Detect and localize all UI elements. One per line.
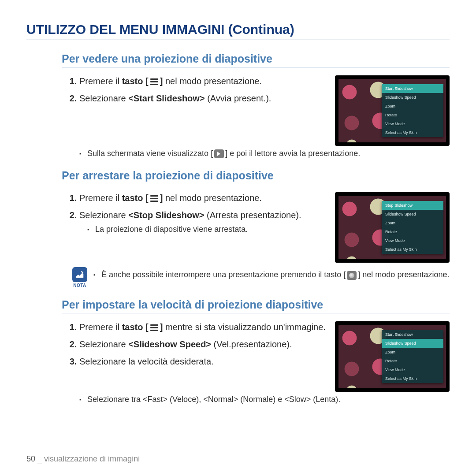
text: tasto [ [122,322,149,332]
menu-icon [149,195,159,203]
menu-option: Rotate [382,111,443,119]
text: tasto [ [122,193,149,203]
menu-option: View Mode [382,365,443,374]
text: Premere il [79,193,122,203]
text: <Stop Slideshow> [128,210,207,220]
device-screenshot: Stop Slideshow Slideshow Speed Zoom Rota… [335,192,450,263]
bullet-item: È anche possibile interrompere una prese… [93,270,449,280]
menu-icon [149,324,159,332]
menu-option: Rotate [382,227,443,236]
text: Selezionare [79,210,128,220]
page-footer: 50 _ visualizzazione di immagini [26,454,140,464]
note-row: NOTA È anche possibile interrompere una … [71,267,450,288]
step-item: Selezionare <Start Slideshow> (Avvia pre… [79,93,326,104]
menu-option: Slideshow Speed [382,93,443,102]
center-button-icon [347,271,357,280]
step-item: Premere il tasto [] nel modo presentazio… [79,192,326,204]
section-heading: Per vedere una proiezione di diapositive [62,52,450,67]
step-item: Premere il tasto [] nel modo presentazio… [79,75,326,87]
section-stop-slideshow: Per arrestare la proiezione di diapositi… [26,169,450,288]
sub-bullets: Sulla schermata viene visualizzato [] e … [79,149,450,159]
text: Sulla schermata viene visualizzato [ [87,149,213,158]
text: ] e poi il lettore avvia la presentazion… [225,149,360,158]
device-menu: Start Slideshow Slideshow Speed Zoom Rot… [382,330,443,383]
section-heading: Per impostare la velocità di proiezione … [62,298,450,313]
footer-section-name: visualizzazione di immagini [44,454,140,463]
device-screenshot: Start Slideshow Slideshow Speed Zoom Rot… [335,75,450,146]
text: È anche possibile interrompere una prese… [101,270,346,279]
steps-list: Premere il tasto [] mentre si sta visual… [79,321,326,368]
menu-option: Rotate [382,357,443,365]
menu-option-selected: Slideshow Speed [382,339,443,348]
text: (Avvia present.). [205,93,271,103]
menu-option: Select as My Skin [382,128,443,137]
text: tasto [ [122,76,149,86]
menu-option: Zoom [382,348,443,357]
menu-icon [149,78,159,86]
bullet-item: Selezionare tra <Fast> (Veloce), <Normal… [79,394,450,405]
menu-option: Slideshow Speed [382,210,443,219]
note-label: NOTA [71,283,89,288]
section-heading: Per arrestare la proiezione di diapositi… [62,169,450,184]
page-title: UTILIZZO DEL MENU IMMAGINI (Continua) [26,22,450,40]
menu-option: View Mode [382,236,443,245]
steps-list: Premere il tasto [] nel modo presentazio… [79,75,326,104]
text: <Slideshow Speed> [128,339,211,349]
device-menu: Stop Slideshow Slideshow Speed Zoom Rota… [382,201,443,254]
section-view-slideshow: Per vedere una proiezione di diapositive… [26,52,450,159]
section-slideshow-speed: Per impostare la velocità di proiezione … [26,298,450,405]
sub-bullets: La proiezione di diapositive viene arres… [87,224,326,234]
menu-option: Zoom [382,219,443,227]
play-icon [214,149,224,158]
sub-bullets: È anche possibile interrompere una prese… [93,270,449,280]
menu-option-selected: Start Slideshow [382,84,443,93]
device-screenshot: Start Slideshow Slideshow Speed Zoom Rot… [335,321,450,392]
note-icon [72,267,87,282]
step-item: Premere il tasto [] mentre si sta visual… [79,321,326,333]
step-item: Selezionare <Stop Slideshow> (Arresta pr… [79,209,326,234]
text: Premere il [79,76,122,86]
page-number: 50 [26,454,35,463]
menu-option: Start Slideshow [382,330,443,339]
text: mentre si sta visualizzando un'immagine. [165,322,326,332]
menu-option: Zoom [382,102,443,111]
menu-option: View Mode [382,119,443,128]
step-item: Selezionare la velocità desiderata. [79,356,326,368]
text: _ [35,454,44,463]
menu-option-selected: Stop Slideshow [382,201,443,210]
text: (Vel.presentazione). [211,339,292,349]
text: Selezionare [79,339,128,349]
bullet-item: Sulla schermata viene visualizzato [] e … [79,149,450,159]
device-menu: Start Slideshow Slideshow Speed Zoom Rot… [382,84,443,137]
bullet-item: La proiezione di diapositive viene arres… [87,224,326,234]
text: (Arresta presentazione). [207,210,301,220]
text: ] [160,76,165,86]
text: ] nel modo presentazione. [358,270,449,279]
text: Selezionare [79,93,128,103]
text: ] [160,322,165,332]
menu-option: Select as My Skin [382,245,443,254]
text: ] [160,193,165,203]
text: <Start Slideshow> [128,93,205,103]
sub-bullets: Selezionare tra <Fast> (Veloce), <Normal… [79,394,450,405]
text: Premere il [79,322,122,332]
menu-option: Select as My Skin [382,374,443,383]
text: nel modo presentazione. [165,76,262,86]
text: nel modo presentazione. [165,193,262,203]
step-item: Selezionare <Slideshow Speed> (Vel.prese… [79,338,326,350]
steps-list: Premere il tasto [] nel modo presentazio… [79,192,326,234]
